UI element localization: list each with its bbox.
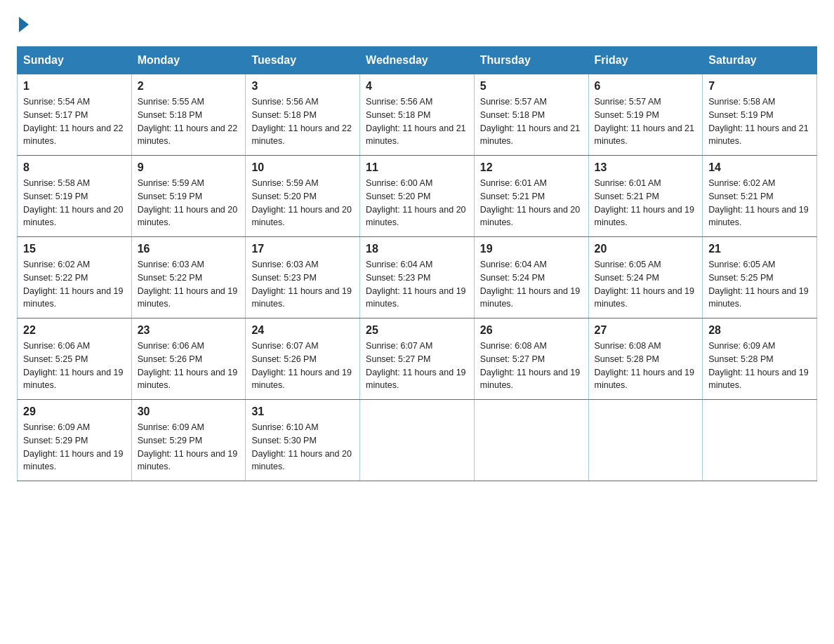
calendar-cell: 22 Sunrise: 6:06 AMSunset: 5:25 PMDaylig… [18, 318, 132, 400]
calendar-cell: 14 Sunrise: 6:02 AMSunset: 5:21 PMDaylig… [703, 156, 817, 237]
calendar-week-row: 8 Sunrise: 5:58 AMSunset: 5:19 PMDayligh… [18, 156, 817, 237]
calendar-cell: 3 Sunrise: 5:56 AMSunset: 5:18 PMDayligh… [246, 74, 360, 156]
day-info: Sunrise: 6:08 AMSunset: 5:28 PMDaylight:… [595, 341, 694, 390]
calendar-cell [588, 400, 703, 481]
calendar-cell [703, 400, 817, 481]
day-info: Sunrise: 5:56 AMSunset: 5:18 PMDaylight:… [251, 97, 351, 146]
day-info: Sunrise: 6:06 AMSunset: 5:25 PMDaylight:… [23, 341, 123, 390]
day-number: 27 [595, 324, 697, 337]
day-number: 13 [595, 161, 697, 174]
logo-arrow-icon [19, 17, 29, 32]
calendar-cell: 31 Sunrise: 6:10 AMSunset: 5:30 PMDaylig… [246, 400, 360, 481]
calendar-week-row: 15 Sunrise: 6:02 AMSunset: 5:22 PMDaylig… [18, 237, 817, 318]
day-info: Sunrise: 6:10 AMSunset: 5:30 PMDaylight:… [251, 422, 351, 471]
day-info: Sunrise: 5:58 AMSunset: 5:19 PMDaylight:… [23, 178, 123, 227]
day-number: 1 [23, 80, 126, 93]
day-number: 24 [251, 324, 354, 337]
day-info: Sunrise: 6:02 AMSunset: 5:21 PMDaylight:… [708, 178, 808, 227]
day-number: 14 [708, 161, 811, 174]
day-info: Sunrise: 6:02 AMSunset: 5:22 PMDaylight:… [23, 260, 123, 309]
col-header-wednesday: Wednesday [360, 47, 475, 74]
calendar-week-row: 29 Sunrise: 6:09 AMSunset: 5:29 PMDaylig… [18, 400, 817, 481]
col-header-thursday: Thursday [474, 47, 588, 74]
day-info: Sunrise: 5:57 AMSunset: 5:19 PMDaylight:… [595, 97, 694, 146]
day-number: 9 [138, 161, 240, 174]
calendar-cell: 10 Sunrise: 5:59 AMSunset: 5:20 PMDaylig… [246, 156, 360, 237]
calendar-cell: 17 Sunrise: 6:03 AMSunset: 5:23 PMDaylig… [246, 237, 360, 318]
calendar-cell: 25 Sunrise: 6:07 AMSunset: 5:27 PMDaylig… [360, 318, 475, 400]
day-number: 20 [595, 243, 697, 255]
day-number: 6 [595, 80, 697, 93]
day-info: Sunrise: 6:04 AMSunset: 5:24 PMDaylight:… [480, 260, 580, 309]
day-number: 7 [708, 80, 811, 93]
calendar-header-row: SundayMondayTuesdayWednesdayThursdayFrid… [18, 47, 817, 74]
col-header-saturday: Saturday [703, 47, 817, 74]
day-number: 30 [138, 405, 240, 418]
day-number: 15 [23, 243, 126, 255]
calendar-cell: 8 Sunrise: 5:58 AMSunset: 5:19 PMDayligh… [18, 156, 132, 237]
calendar-cell: 19 Sunrise: 6:04 AMSunset: 5:24 PMDaylig… [474, 237, 588, 318]
day-info: Sunrise: 5:55 AMSunset: 5:18 PMDaylight:… [138, 97, 237, 146]
calendar-cell: 27 Sunrise: 6:08 AMSunset: 5:28 PMDaylig… [588, 318, 703, 400]
day-info: Sunrise: 6:05 AMSunset: 5:24 PMDaylight:… [595, 260, 694, 309]
page-header [17, 17, 817, 32]
day-info: Sunrise: 5:59 AMSunset: 5:19 PMDaylight:… [138, 178, 237, 227]
calendar-cell: 12 Sunrise: 6:01 AMSunset: 5:21 PMDaylig… [474, 156, 588, 237]
day-info: Sunrise: 5:56 AMSunset: 5:18 PMDaylight:… [366, 97, 465, 146]
calendar-cell: 18 Sunrise: 6:04 AMSunset: 5:23 PMDaylig… [360, 237, 475, 318]
day-info: Sunrise: 6:09 AMSunset: 5:28 PMDaylight:… [708, 341, 808, 390]
day-number: 2 [138, 80, 240, 93]
calendar-cell: 13 Sunrise: 6:01 AMSunset: 5:21 PMDaylig… [588, 156, 703, 237]
day-number: 19 [480, 243, 583, 255]
calendar-cell: 24 Sunrise: 6:07 AMSunset: 5:26 PMDaylig… [246, 318, 360, 400]
day-number: 28 [708, 324, 811, 337]
calendar-cell: 30 Sunrise: 6:09 AMSunset: 5:29 PMDaylig… [131, 400, 246, 481]
day-info: Sunrise: 6:04 AMSunset: 5:23 PMDaylight:… [366, 260, 465, 309]
calendar-cell: 11 Sunrise: 6:00 AMSunset: 5:20 PMDaylig… [360, 156, 475, 237]
day-number: 25 [366, 324, 468, 337]
day-info: Sunrise: 5:58 AMSunset: 5:19 PMDaylight:… [708, 97, 808, 146]
day-info: Sunrise: 6:03 AMSunset: 5:23 PMDaylight:… [251, 260, 351, 309]
day-info: Sunrise: 6:01 AMSunset: 5:21 PMDaylight:… [595, 178, 694, 227]
day-number: 17 [251, 243, 354, 255]
day-number: 12 [480, 161, 583, 174]
day-info: Sunrise: 6:09 AMSunset: 5:29 PMDaylight:… [23, 422, 123, 471]
day-info: Sunrise: 6:08 AMSunset: 5:27 PMDaylight:… [480, 341, 580, 390]
calendar-cell: 4 Sunrise: 5:56 AMSunset: 5:18 PMDayligh… [360, 74, 475, 156]
day-info: Sunrise: 6:09 AMSunset: 5:29 PMDaylight:… [138, 422, 237, 471]
calendar-cell: 21 Sunrise: 6:05 AMSunset: 5:25 PMDaylig… [703, 237, 817, 318]
day-info: Sunrise: 5:57 AMSunset: 5:18 PMDaylight:… [480, 97, 580, 146]
calendar-cell: 26 Sunrise: 6:08 AMSunset: 5:27 PMDaylig… [474, 318, 588, 400]
day-number: 8 [23, 161, 126, 174]
day-number: 3 [251, 80, 354, 93]
day-info: Sunrise: 6:05 AMSunset: 5:25 PMDaylight:… [708, 260, 808, 309]
calendar-cell: 7 Sunrise: 5:58 AMSunset: 5:19 PMDayligh… [703, 74, 817, 156]
day-info: Sunrise: 6:06 AMSunset: 5:26 PMDaylight:… [138, 341, 237, 390]
day-info: Sunrise: 6:03 AMSunset: 5:22 PMDaylight:… [138, 260, 237, 309]
day-number: 4 [366, 80, 468, 93]
calendar-cell: 2 Sunrise: 5:55 AMSunset: 5:18 PMDayligh… [131, 74, 246, 156]
day-info: Sunrise: 5:54 AMSunset: 5:17 PMDaylight:… [23, 97, 123, 146]
day-number: 22 [23, 324, 126, 337]
day-number: 31 [251, 405, 354, 418]
col-header-monday: Monday [131, 47, 246, 74]
calendar-cell: 16 Sunrise: 6:03 AMSunset: 5:22 PMDaylig… [131, 237, 246, 318]
day-number: 18 [366, 243, 468, 255]
col-header-friday: Friday [588, 47, 703, 74]
calendar-cell: 29 Sunrise: 6:09 AMSunset: 5:29 PMDaylig… [18, 400, 132, 481]
day-number: 10 [251, 161, 354, 174]
day-info: Sunrise: 6:01 AMSunset: 5:21 PMDaylight:… [480, 178, 580, 227]
calendar-cell: 9 Sunrise: 5:59 AMSunset: 5:19 PMDayligh… [131, 156, 246, 237]
day-info: Sunrise: 6:07 AMSunset: 5:27 PMDaylight:… [366, 341, 465, 390]
day-number: 21 [708, 243, 811, 255]
day-number: 16 [138, 243, 240, 255]
day-number: 29 [23, 405, 126, 418]
calendar-cell: 6 Sunrise: 5:57 AMSunset: 5:19 PMDayligh… [588, 74, 703, 156]
day-info: Sunrise: 5:59 AMSunset: 5:20 PMDaylight:… [251, 178, 351, 227]
calendar-cell: 23 Sunrise: 6:06 AMSunset: 5:26 PMDaylig… [131, 318, 246, 400]
day-number: 26 [480, 324, 583, 337]
day-number: 11 [366, 161, 468, 174]
day-info: Sunrise: 6:00 AMSunset: 5:20 PMDaylight:… [366, 178, 465, 227]
calendar-cell: 5 Sunrise: 5:57 AMSunset: 5:18 PMDayligh… [474, 74, 588, 156]
calendar-cell [474, 400, 588, 481]
